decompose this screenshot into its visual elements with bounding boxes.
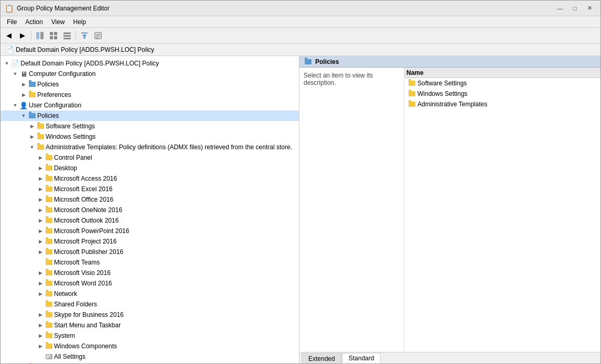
toolbar-view1[interactable]	[47, 30, 60, 41]
toolbar-sep-2	[76, 31, 76, 40]
toggle-mpr[interactable]: ▶	[36, 237, 45, 246]
net-label: Network	[54, 290, 77, 297]
tree-row-uc[interactable]: ▼ 👤 User Configuration	[1, 100, 299, 111]
toggle-mw[interactable]: ▶	[36, 279, 45, 288]
toggle-mo[interactable]: ▶	[36, 195, 45, 204]
toggle-net[interactable]: ▶	[36, 290, 45, 298]
list-item-software-settings[interactable]: Software Settings	[404, 78, 600, 89]
list-item-windows-settings[interactable]: Windows Settings	[404, 89, 600, 99]
maximize-button[interactable]: □	[568, 3, 582, 14]
mol-icon	[45, 217, 53, 224]
smt-label: Start Menu and Taskbar	[54, 322, 121, 329]
mt-label: Microsoft Teams	[54, 259, 100, 266]
toolbar-properties[interactable]	[92, 30, 104, 41]
tree-row-mw[interactable]: ▶ Microsoft Word 2016	[1, 278, 299, 289]
list-item-admin-templates[interactable]: Administrative Templates	[404, 99, 600, 109]
ma-icon	[45, 175, 53, 182]
cc-policies-icon	[28, 81, 36, 88]
toggle-mol[interactable]: ▶	[36, 216, 45, 225]
tree-row-wc[interactable]: ▶ Windows Components	[1, 341, 299, 351]
item-label-windows: Windows Settings	[417, 90, 467, 97]
mo-label: Microsoft Office 2016	[54, 196, 113, 203]
tree-row-sys[interactable]: ▶ System	[1, 330, 299, 341]
toggle-mpp[interactable]: ▶	[36, 227, 45, 235]
toggle-cp[interactable]: ▶	[36, 153, 45, 162]
tree-row-mpb[interactable]: ▶ Microsoft Publisher 2016	[1, 247, 299, 257]
as-label: All Settings	[54, 353, 85, 360]
mpp-icon	[45, 227, 53, 235]
toolbar-back[interactable]: ◀	[3, 30, 15, 41]
toolbar-show-hide[interactable]	[34, 30, 46, 41]
tree-row-mpp[interactable]: ▶ Microsoft PowerPoint 2016	[1, 226, 299, 236]
toggle-sys[interactable]: ▶	[36, 332, 45, 340]
toggle-me[interactable]: ▶	[36, 185, 45, 193]
menu-view[interactable]: View	[47, 17, 69, 27]
tree-row-mt[interactable]: ▶ Microsoft Teams	[1, 257, 299, 268]
toggle-sfb[interactable]: ▶	[36, 311, 45, 319]
svg-rect-8	[63, 38, 71, 39]
net-icon	[45, 290, 53, 297]
item-label-software: Software Settings	[417, 80, 467, 87]
tree-row-uc-ss[interactable]: ▶ Software Settings	[1, 121, 299, 131]
tree-row-net[interactable]: ▶ Network	[1, 289, 299, 299]
tree-row-ddp[interactable]: ▼ 📄 Default Domain Policy [ADDS.PWSH.LOC…	[1, 58, 299, 69]
tab-extended[interactable]: Extended	[302, 353, 342, 363]
tree-row-sf[interactable]: ▶ Shared Folders	[1, 299, 299, 310]
toggle-desktop[interactable]: ▶	[36, 164, 45, 172]
tree-container: ▼ 📄 Default Domain Policy [ADDS.PWSH.LOC…	[1, 56, 299, 363]
toggle-smt[interactable]: ▶	[36, 321, 45, 329]
toggle-uc[interactable]: ▼	[11, 101, 19, 109]
tree-row-uc-ws[interactable]: ▶ Windows Settings	[1, 131, 299, 142]
toggle-uc-prefs[interactable]: ▶	[19, 363, 28, 363]
tree-row-uc-prefs[interactable]: ▶ Preferences	[1, 362, 299, 363]
toggle-mon[interactable]: ▶	[36, 206, 45, 214]
menu-file[interactable]: File	[3, 17, 21, 27]
toggle-uc-ws[interactable]: ▶	[28, 133, 36, 141]
tree-row-uc-policies[interactable]: ▼ Policies	[1, 111, 299, 121]
tree-row-sfb[interactable]: ▶ Skype for Business 2016	[1, 310, 299, 320]
tree-row-uc-at[interactable]: ▼ Administrative Templates: Policy defin…	[1, 142, 299, 152]
tree-row-mo[interactable]: ▶ Microsoft Office 2016	[1, 194, 299, 205]
ma-label: Microsoft Access 2016	[54, 175, 117, 182]
toggle-mv[interactable]: ▶	[36, 269, 45, 277]
tree-row-cc[interactable]: ▼ 🖥 Computer Configuration	[1, 69, 299, 79]
toolbar-view2[interactable]	[61, 30, 73, 41]
toggle-cc-policies[interactable]: ▶	[19, 80, 28, 89]
tree-row-cp[interactable]: ▶ Control Panel	[1, 152, 299, 163]
tree-row-mol[interactable]: ▶ Microsoft Outlook 2016	[1, 215, 299, 226]
toggle-cc-prefs[interactable]: ▶	[19, 91, 28, 99]
item-label-admin: Administrative Templates	[417, 101, 487, 108]
tree-row-mpr[interactable]: ▶ Microsoft Project 2016	[1, 236, 299, 247]
menu-action[interactable]: Action	[21, 17, 47, 27]
toggle-wc[interactable]: ▶	[36, 342, 45, 350]
tree-row-mon[interactable]: ▶ Microsoft OneNote 2016	[1, 205, 299, 215]
tree-panel[interactable]: ▼ 📄 Default Domain Policy [ADDS.PWSH.LOC…	[1, 56, 299, 363]
toggle-uc-ss[interactable]: ▶	[28, 122, 36, 130]
tab-standard[interactable]: Standard	[342, 353, 381, 363]
tree-row-mv[interactable]: ▶ Microsoft Visio 2016	[1, 268, 299, 278]
toolbar-filter[interactable]	[78, 30, 91, 41]
toggle-cc[interactable]: ▼	[11, 70, 19, 78]
toggle-uc-policies[interactable]: ▼	[19, 112, 28, 120]
tree-row-smt[interactable]: ▶ Start Menu and Taskbar	[1, 320, 299, 330]
toggle-mpb[interactable]: ▶	[36, 248, 45, 256]
mo-icon	[45, 196, 53, 203]
title-text: Group Policy Management Editor	[17, 5, 110, 12]
svg-rect-2	[50, 32, 53, 35]
toolbar-forward[interactable]: ▶	[16, 30, 29, 41]
tree-row-cc-policies[interactable]: ▶ Policies	[1, 79, 299, 90]
menu-help[interactable]: Help	[69, 17, 91, 27]
list-header: Name	[404, 68, 600, 78]
tree-row-as[interactable]: ▶ All Settings	[1, 351, 299, 362]
toggle-uc-at[interactable]: ▼	[28, 143, 36, 151]
tree-row-desktop[interactable]: ▶ Desktop	[1, 163, 299, 173]
list-pane[interactable]: Name Software Settings Windows Settings …	[404, 68, 600, 352]
minimize-button[interactable]: —	[553, 3, 567, 14]
tree-row-ma[interactable]: ▶ Microsoft Access 2016	[1, 173, 299, 184]
toggle-ddp[interactable]: ▼	[3, 59, 11, 68]
close-button[interactable]: ✕	[583, 3, 596, 14]
tree-row-cc-prefs[interactable]: ▶ Preferences	[1, 90, 299, 100]
tree-row-me[interactable]: ▶ Microsoft Excel 2016	[1, 184, 299, 194]
toggle-ma[interactable]: ▶	[36, 174, 45, 183]
sfb-label: Skype for Business 2016	[54, 311, 124, 318]
